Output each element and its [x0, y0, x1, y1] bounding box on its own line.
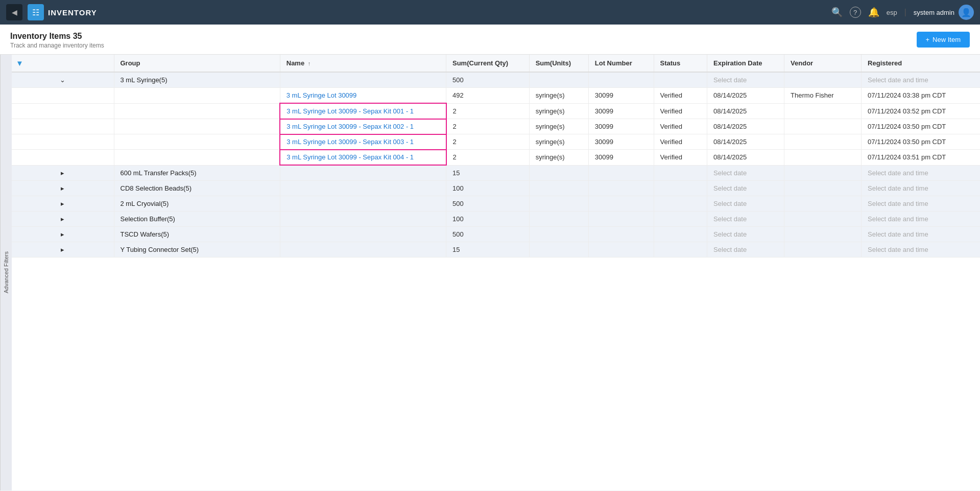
group-exp: Select date	[707, 196, 784, 211]
item-name-cell[interactable]: 3 mL Syringe Lot 30099 - Sepax Kit 002 -…	[280, 119, 446, 134]
item-name-link[interactable]: 3 mL Syringe Lot 30099 - Sepax Kit 004 -…	[286, 153, 414, 161]
expand-toggle-icon[interactable]: ▸	[61, 246, 64, 253]
item-name-link[interactable]: 3 mL Syringe Lot 30099 - Sepax Kit 001 -…	[286, 107, 414, 115]
user-avatar-icon: 👤	[961, 8, 971, 17]
col-header-vendor[interactable]: Vendor	[784, 55, 862, 72]
col-header-units[interactable]: Sum(Units)	[529, 55, 588, 72]
advanced-filters-tab[interactable]: Advanced Filters	[0, 55, 12, 490]
group-sumqty: 100	[446, 211, 530, 226]
group-expand-cell[interactable]: ▸	[12, 242, 114, 257]
item-lot: 30099	[588, 88, 654, 104]
group-reg: Select date and time	[862, 165, 980, 180]
nav-back-button[interactable]: ◀	[6, 4, 22, 20]
item-group-spacer	[114, 134, 280, 150]
group-status	[654, 226, 707, 242]
item-name-cell[interactable]: 3 mL Syringe Lot 30099 - Sepax Kit 004 -…	[280, 150, 446, 166]
table-group-row: ▸ 2 mL Cryovial(5) 500 Select date Selec…	[12, 196, 980, 211]
bell-icon[interactable]: 🔔	[868, 7, 879, 18]
group-sumqty: 15	[446, 242, 530, 257]
group-name-cell: 600 mL Transfer Packs(5)	[114, 165, 280, 180]
user-name-label: system admin	[914, 9, 954, 16]
expand-toggle-icon[interactable]: ⌄	[60, 76, 65, 84]
new-item-label: New Item	[933, 36, 961, 43]
col-header-status[interactable]: Status	[654, 55, 707, 72]
user-menu[interactable]: system admin 👤	[914, 5, 974, 20]
expand-toggle-icon[interactable]: ▸	[61, 230, 64, 238]
col-lot-label: Lot Number	[595, 59, 632, 67]
group-expand-cell[interactable]: ▸	[12, 226, 114, 242]
col-header-name[interactable]: Name ↑	[280, 55, 446, 72]
group-expand-cell[interactable]: ▸	[12, 211, 114, 226]
group-lot	[588, 242, 654, 257]
group-vendor	[784, 180, 862, 196]
table-group-row: ⌄ 3 mL Syringe(5) 500 Select date Select…	[12, 72, 980, 88]
search-icon[interactable]: 🔍	[831, 7, 843, 18]
back-arrow-icon: ◀	[12, 8, 17, 16]
group-units	[529, 242, 588, 257]
group-name-cell: 2 mL Cryovial(5)	[114, 196, 280, 211]
col-header-sumqty[interactable]: Sum(Current Qty)	[446, 55, 530, 72]
group-reg: Select date and time	[862, 226, 980, 242]
group-expand-cell[interactable]: ▸	[12, 196, 114, 211]
group-name-text: 3 mL Syringe(5)	[121, 76, 168, 84]
group-expand-cell[interactable]: ▸	[12, 180, 114, 196]
table-header-row: ▼ Group Name ↑ Sum(Current Qty) Sum(Unit…	[12, 55, 980, 72]
col-header-exp[interactable]: Expiration Date	[707, 55, 784, 72]
group-vendor	[784, 196, 862, 211]
group-vendor	[784, 242, 862, 257]
col-header-reg[interactable]: Registered	[862, 55, 980, 72]
group-lot	[588, 165, 654, 180]
item-lot: 30099	[588, 134, 654, 150]
group-units	[529, 165, 588, 180]
expand-toggle-icon[interactable]: ▸	[61, 184, 64, 192]
table-row: 3 mL Syringe Lot 30099 - Sepax Kit 001 -…	[12, 103, 980, 119]
expand-toggle-icon[interactable]: ▸	[61, 215, 64, 223]
group-exp: Select date	[707, 180, 784, 196]
col-header-group[interactable]: Group	[114, 55, 280, 72]
item-reg: 07/11/2024 03:50 pm CDT	[862, 134, 980, 150]
item-name-cell[interactable]: 3 mL Syringe Lot 30099	[280, 88, 446, 104]
item-name-link[interactable]: 3 mL Syringe Lot 30099	[286, 91, 357, 99]
col-name-label: Name	[286, 59, 304, 67]
col-status-label: Status	[660, 59, 681, 67]
inventory-table: ▼ Group Name ↑ Sum(Current Qty) Sum(Unit…	[12, 55, 980, 258]
item-name-cell[interactable]: 3 mL Syringe Lot 30099 - Sepax Kit 003 -…	[280, 134, 446, 150]
group-exp: Select date	[707, 72, 784, 88]
help-icon[interactable]: ?	[850, 7, 861, 18]
group-vendor	[784, 165, 862, 180]
group-units	[529, 226, 588, 242]
group-name-spacer	[280, 242, 446, 257]
new-item-button[interactable]: + New Item	[917, 32, 970, 48]
expand-toggle-icon[interactable]: ▸	[61, 169, 64, 177]
filter-icon-header[interactable]: ▼	[12, 55, 114, 72]
table-group-row: ▸ CD8 Selection Beads(5) 100 Select date…	[12, 180, 980, 196]
item-vendor	[784, 150, 862, 166]
group-sumqty: 100	[446, 180, 530, 196]
language-selector[interactable]: esp	[887, 9, 897, 16]
item-sumqty: 2	[446, 150, 530, 166]
col-header-lot[interactable]: Lot Number	[588, 55, 654, 72]
group-name-spacer	[280, 180, 446, 196]
expand-toggle-icon[interactable]: ▸	[61, 200, 64, 207]
group-name-spacer	[280, 211, 446, 226]
group-name-cell: 3 mL Syringe(5)	[114, 72, 280, 88]
group-reg: Select date and time	[862, 242, 980, 257]
item-indent-cell	[12, 150, 114, 166]
item-name-link[interactable]: 3 mL Syringe Lot 30099 - Sepax Kit 002 -…	[286, 123, 414, 130]
item-status: Verified	[654, 88, 707, 104]
col-exp-label: Expiration Date	[713, 59, 762, 67]
item-name-cell[interactable]: 3 mL Syringe Lot 30099 - Sepax Kit 001 -…	[280, 103, 446, 119]
item-indent-cell	[12, 103, 114, 119]
user-avatar: 👤	[959, 5, 974, 20]
group-expand-cell[interactable]: ▸	[12, 165, 114, 180]
group-lot	[588, 226, 654, 242]
item-name-link[interactable]: 3 mL Syringe Lot 30099 - Sepax Kit 003 -…	[286, 138, 414, 146]
group-expand-cell[interactable]: ⌄	[12, 72, 114, 88]
nav-title: INVENTORY	[48, 8, 831, 17]
group-reg: Select date and time	[862, 180, 980, 196]
item-vendor	[784, 134, 862, 150]
item-units: syringe(s)	[529, 88, 588, 104]
item-status: Verified	[654, 103, 707, 119]
item-sumqty: 2	[446, 103, 530, 119]
filter-funnel-icon[interactable]: ▼	[16, 59, 23, 67]
